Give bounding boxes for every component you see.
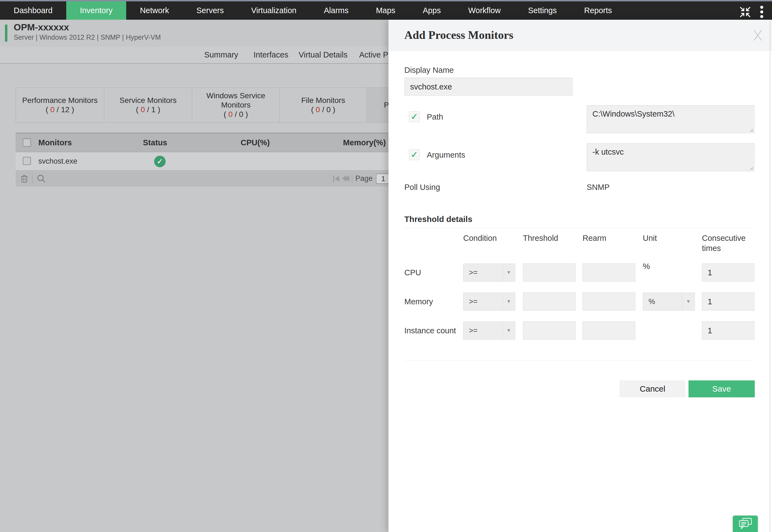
nav-item-reports[interactable]: Reports — [571, 1, 626, 20]
status-ok-icon: ✓ — [154, 156, 166, 167]
cpu-threshold-input[interactable] — [523, 264, 576, 282]
nav-item-alarms[interactable]: Alarms — [310, 1, 362, 20]
main-navbar: Dashboard Inventory Network Servers Virt… — [0, 1, 772, 20]
divider — [405, 360, 754, 360]
divider — [405, 228, 754, 229]
save-button[interactable]: Save — [689, 380, 755, 397]
instance-condition-select[interactable]: >= ▼ — [463, 322, 515, 340]
col-consecutive-times: Consecutive times — [702, 233, 743, 253]
col-threshold: Threshold — [523, 233, 558, 243]
cpu-condition-value: >= — [469, 264, 478, 281]
poll-using-label: Poll Using — [405, 183, 440, 192]
col-memory: Memory(%) — [343, 133, 386, 152]
chevron-down-icon: ▼ — [502, 293, 515, 310]
memory-unit-value: % — [649, 293, 655, 310]
threshold-details-heading: Threshold details — [405, 215, 472, 224]
display-name-label: Display Name — [405, 66, 454, 75]
tab-active-processes[interactable]: Active Pr — [359, 47, 391, 63]
add-process-monitors-panel: Add Process Monitors Display Name ✓ Path… — [389, 20, 772, 532]
instance-threshold-input[interactable] — [523, 322, 576, 340]
col-rearm: Rearm — [583, 233, 606, 243]
monitors-table-header: Monitors Status CPU(%) Memory(%) — [16, 133, 405, 152]
device-meta: Server | Windows 2012 R2 | SNMP | HyperV… — [14, 33, 161, 41]
poll-using-value: SNMP — [587, 183, 610, 192]
cpu-rearm-input[interactable] — [583, 264, 635, 282]
delete-icon[interactable] — [20, 174, 29, 183]
card-count: ( 0 / 0 ) — [224, 110, 248, 119]
search-icon[interactable] — [36, 174, 46, 184]
memory-row-label: Memory — [405, 293, 433, 311]
memory-unit-select[interactable]: % ▼ — [643, 293, 695, 311]
chat-icon — [738, 517, 753, 530]
cpu-unit-label: % — [643, 262, 650, 271]
card-windows-service-monitors[interactable]: Windows Service Monitors ( 0 / 0 ) — [192, 88, 280, 122]
cpu-consecutive-input[interactable] — [702, 264, 754, 282]
nav-item-network[interactable]: Network — [126, 1, 183, 20]
card-performance-monitors[interactable]: Performance Monitors ( 0 / 12 ) — [16, 88, 104, 122]
select-all-checkbox[interactable] — [23, 138, 31, 147]
nav-item-workflow[interactable]: Workflow — [455, 1, 515, 20]
col-monitors: Monitors — [38, 133, 72, 152]
chevron-down-icon: ▼ — [502, 264, 515, 281]
tab-summary[interactable]: Summary — [204, 47, 238, 63]
card-count: ( 0 / 1 ) — [136, 105, 160, 114]
memory-threshold-input[interactable] — [523, 293, 576, 311]
card-label: File Monitors — [301, 96, 345, 105]
col-cpu: CPU(%) — [241, 133, 270, 152]
collapse-fullscreen-icon[interactable] — [739, 6, 751, 18]
col-status: Status — [143, 133, 167, 152]
tab-interfaces[interactable]: Interfaces — [253, 47, 288, 63]
page-label: Page — [355, 170, 372, 187]
nav-item-settings[interactable]: Settings — [515, 1, 571, 20]
nav-item-inventory[interactable]: Inventory — [66, 1, 126, 20]
first-page-icon[interactable] — [333, 175, 339, 182]
col-condition: Condition — [463, 233, 497, 243]
nav-item-apps[interactable]: Apps — [409, 1, 455, 20]
cpu-row-label: CPU — [405, 264, 421, 282]
cancel-button[interactable]: Cancel — [620, 380, 686, 397]
card-count: ( 0 / 0 ) — [311, 105, 335, 114]
chevron-down-icon: ▼ — [682, 293, 695, 310]
close-icon[interactable] — [751, 29, 764, 42]
path-textarea[interactable]: C:\Windows\System32\ — [587, 105, 754, 133]
card-label: Windows Service Monitors — [196, 91, 276, 110]
table-footer: Page of — [16, 170, 405, 187]
more-menu-icon[interactable] — [759, 5, 764, 19]
instance-condition-value: >= — [469, 322, 478, 339]
device-accent-bar — [5, 25, 7, 42]
path-label: Path — [427, 112, 443, 122]
nav-item-servers[interactable]: Servers — [183, 1, 238, 20]
instance-consecutive-input[interactable] — [702, 322, 754, 340]
memory-condition-value: >= — [469, 293, 478, 310]
prev-page-icon[interactable] — [342, 175, 349, 181]
nav-item-maps[interactable]: Maps — [362, 1, 409, 20]
memory-condition-select[interactable]: >= ▼ — [463, 293, 515, 311]
path-checkbox[interactable]: ✓ — [409, 111, 420, 122]
card-file-monitors[interactable]: File Monitors ( 0 / 0 ) — [280, 88, 367, 122]
memory-consecutive-input[interactable] — [702, 293, 754, 311]
row-checkbox[interactable] — [23, 157, 31, 165]
chat-support-button[interactable] — [733, 516, 758, 532]
arguments-checkbox[interactable]: ✓ — [409, 149, 420, 160]
panel-title: Add Process Monitors — [405, 28, 513, 42]
card-label: Performance Monitors — [22, 96, 97, 105]
instance-rearm-input[interactable] — [583, 322, 635, 340]
table-row[interactable]: svchost.exe ✓ — [16, 152, 405, 170]
cpu-condition-select[interactable]: >= ▼ — [463, 264, 515, 282]
tab-virtual-details[interactable]: Virtual Details — [299, 47, 347, 63]
display-name-input[interactable] — [405, 78, 573, 96]
nav-item-dashboard[interactable]: Dashboard — [0, 1, 66, 20]
instance-count-row-label: Instance count — [405, 322, 456, 340]
arguments-textarea[interactable]: -k utcsvc — [587, 143, 754, 171]
chevron-down-icon: ▼ — [502, 322, 515, 339]
card-count: ( 0 / 12 ) — [46, 105, 74, 114]
nav-item-virtualization[interactable]: Virtualization — [237, 1, 310, 20]
memory-rearm-input[interactable] — [583, 293, 635, 311]
device-name: OPM-xxxxxx — [14, 22, 69, 33]
card-service-monitors[interactable]: Service Monitors ( 0 / 1 ) — [104, 88, 192, 122]
scrollbar-track[interactable] — [770, 20, 770, 532]
arguments-label: Arguments — [427, 151, 465, 160]
col-unit: Unit — [643, 233, 657, 243]
card-label: Service Monitors — [120, 96, 177, 105]
process-name: svchost.exe — [38, 152, 77, 170]
